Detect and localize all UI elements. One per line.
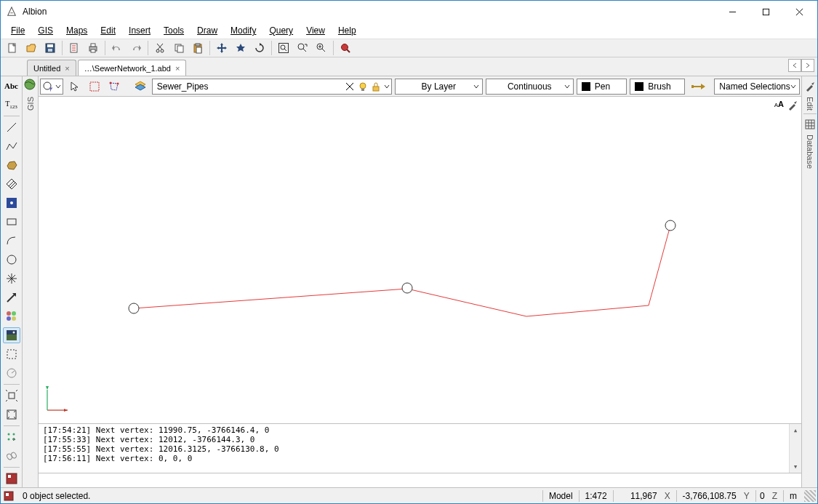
tab-nav-prev[interactable]	[788, 59, 801, 72]
tab-close-icon[interactable]: ×	[175, 64, 180, 73]
menu-file[interactable]: File	[5, 24, 31, 37]
svg-point-74	[109, 81, 111, 84]
color-combo[interactable]: By Layer	[395, 79, 483, 95]
menu-insert[interactable]: Insert	[123, 24, 156, 37]
document-tab-untitled[interactable]: Untitled ×	[27, 60, 76, 76]
zoom-realtime-button[interactable]	[313, 40, 330, 56]
database-tab-label[interactable]: Database	[806, 135, 814, 169]
svg-rect-7	[48, 49, 52, 52]
open-button[interactable]	[23, 40, 40, 56]
menu-edit[interactable]: Edit	[95, 24, 121, 37]
current-layer-input[interactable]	[154, 81, 345, 92]
undo-button[interactable]	[108, 40, 126, 56]
layer-manager-button[interactable]	[132, 79, 149, 95]
menu-gis[interactable]: GIS	[32, 24, 59, 37]
gis-side-tab[interactable]: GIS	[23, 76, 39, 487]
brush-combo[interactable]: Brush	[630, 79, 684, 95]
layers-panel-tool[interactable]	[3, 471, 20, 487]
tab-label: …\SewerNetwork_1.abd	[84, 64, 171, 73]
bounds-out-tool[interactable]	[3, 388, 20, 404]
nodes-tool[interactable]	[3, 429, 20, 445]
svg-point-16	[161, 49, 164, 52]
link-tool[interactable]	[3, 448, 20, 464]
console-line: [17:55:55] Next vertex: 12016.3125, -376…	[43, 444, 797, 454]
rectangle-tool[interactable]	[3, 214, 20, 230]
zoom-window-button[interactable]	[275, 40, 292, 56]
command-input[interactable]	[39, 473, 801, 487]
text-tool[interactable]: Abc	[3, 78, 20, 94]
settings-icon[interactable]	[787, 100, 798, 111]
pen-combo[interactable]: Pen	[577, 79, 627, 95]
zoom-extents-button[interactable]	[232, 40, 249, 56]
status-model[interactable]: Model	[543, 488, 579, 503]
toolbar-separator	[333, 41, 334, 55]
menu-draw[interactable]: Draw	[191, 24, 223, 37]
polyline-tool[interactable]	[3, 138, 20, 154]
svg-point-41	[10, 201, 13, 204]
print-button[interactable]	[84, 40, 102, 56]
toolbar-separator	[148, 41, 148, 55]
resize-grip-icon[interactable]	[804, 490, 816, 502]
bounds-in-tool[interactable]	[3, 407, 20, 423]
match-properties-button[interactable]	[688, 79, 712, 95]
new-button[interactable]	[4, 40, 21, 56]
paste-button[interactable]	[189, 40, 206, 56]
palette-tool[interactable]	[3, 308, 20, 324]
edit-tab-icon[interactable]	[803, 79, 817, 94]
menu-view[interactable]: View	[300, 24, 331, 37]
pan-button[interactable]	[213, 40, 230, 56]
svg-rect-56	[7, 350, 16, 359]
rotate-view-button[interactable]	[251, 40, 268, 56]
line-tool[interactable]	[3, 119, 20, 135]
select-area-tool[interactable]	[3, 346, 20, 362]
edit-tab-label[interactable]: Edit	[806, 97, 814, 111]
properties-button[interactable]	[65, 40, 83, 56]
polygon-tool[interactable]	[3, 157, 20, 173]
menu-maps[interactable]: Maps	[60, 24, 93, 37]
select-pointer-button[interactable]	[66, 79, 83, 95]
menu-tools[interactable]: Tools	[158, 24, 190, 37]
svg-point-61	[7, 433, 9, 436]
star-tool[interactable]	[3, 271, 20, 287]
tab-close-icon[interactable]: ×	[65, 64, 69, 73]
layer-filter-button[interactable]	[40, 79, 63, 95]
select-rect-button[interactable]	[86, 79, 103, 95]
maximize-button[interactable]	[749, 1, 782, 23]
linetype-combo[interactable]: Continuous	[486, 79, 574, 95]
scroll-down-icon[interactable]: ▾	[790, 460, 802, 473]
minimize-button[interactable]	[715, 1, 749, 23]
database-tab-icon[interactable]	[803, 117, 817, 132]
text-size-toggle[interactable]: AA	[774, 100, 784, 111]
save-button[interactable]	[41, 40, 59, 56]
text-style-tool[interactable]: T123	[3, 97, 20, 113]
scroll-up-icon[interactable]: ▴	[790, 424, 802, 436]
drawing-canvas[interactable]: AA	[39, 97, 801, 423]
circle-tool[interactable]	[3, 252, 20, 268]
menu-query[interactable]: Query	[263, 24, 299, 37]
status-layers-icon[interactable]	[1, 490, 17, 502]
cut-button[interactable]	[151, 40, 169, 56]
image-tool[interactable]	[3, 327, 20, 343]
current-layer-combo[interactable]	[152, 79, 392, 95]
console-scrollbar[interactable]: ▴ ▾	[789, 424, 801, 473]
document-tab-sewernetwork[interactable]: …\SewerNetwork_1.abd ×	[78, 60, 187, 76]
select-poly-button[interactable]	[105, 79, 122, 95]
menu-modify[interactable]: Modify	[225, 24, 262, 37]
console-line: [17:54:21] Next vertex: 11990.75, -37661…	[43, 425, 797, 435]
arrow-tool[interactable]	[3, 289, 20, 305]
copy-button[interactable]	[170, 40, 188, 56]
find-button[interactable]	[337, 40, 354, 56]
tab-nav-next[interactable]	[801, 59, 814, 72]
named-selections-combo[interactable]: Named Selections	[714, 79, 800, 95]
close-button[interactable]	[782, 1, 816, 23]
command-line[interactable]	[39, 473, 801, 487]
hatch-tool[interactable]	[3, 176, 20, 192]
menu-help[interactable]: Help	[332, 24, 362, 37]
redo-button[interactable]	[127, 40, 145, 56]
measure-tool[interactable]	[3, 365, 20, 381]
status-scale[interactable]: 1:472	[580, 488, 613, 503]
svg-line-31	[322, 49, 325, 52]
point-tool[interactable]	[3, 195, 20, 211]
zoom-dynamic-button[interactable]	[294, 40, 311, 56]
arc-tool[interactable]	[3, 233, 20, 249]
